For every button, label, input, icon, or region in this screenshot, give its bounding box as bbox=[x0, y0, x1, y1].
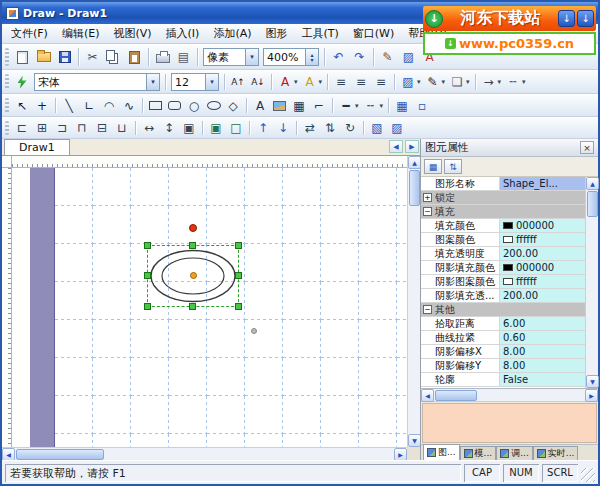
connector-tool-button[interactable]: ⌐ bbox=[309, 97, 329, 114]
group-button[interactable]: ▣ bbox=[206, 120, 226, 137]
cut-button[interactable]: ✂ bbox=[82, 47, 103, 67]
menu-tools[interactable]: 工具(T) bbox=[295, 24, 346, 43]
resize-handle-nw[interactable] bbox=[144, 242, 151, 249]
polygon-tool-button[interactable]: ◇ bbox=[223, 97, 243, 114]
flip-vertical-button[interactable]: ⇅ bbox=[320, 120, 340, 137]
pencil-button[interactable]: ✎ bbox=[377, 47, 398, 67]
panel-tab-2[interactable]: 调... bbox=[496, 446, 533, 460]
scroll-up-icon[interactable]: ▲ bbox=[408, 156, 420, 169]
line-style-button[interactable]: ╌▾ bbox=[503, 73, 528, 91]
resize-handle-se[interactable] bbox=[235, 303, 242, 310]
drawing-page[interactable] bbox=[55, 168, 407, 447]
panel-tab-0[interactable]: 图... bbox=[423, 444, 460, 460]
dropdown-arrow-icon[interactable]: ▾ bbox=[245, 49, 258, 65]
font-name-combo[interactable]: 宋体▾ bbox=[34, 73, 160, 91]
property-value[interactable]: False bbox=[500, 373, 585, 386]
property-row[interactable]: 轮廓False bbox=[421, 373, 585, 387]
redo-button[interactable]: ↷ bbox=[349, 47, 370, 67]
layers-panel-toggle-button[interactable]: ▧ bbox=[367, 120, 387, 137]
scroll-thumb[interactable] bbox=[587, 191, 598, 217]
categorized-view-button[interactable]: ▦ bbox=[424, 159, 442, 174]
property-row[interactable]: 阴影偏移Y8.00 bbox=[421, 359, 585, 373]
resize-handle-n[interactable] bbox=[189, 242, 196, 249]
arc-tool-button[interactable]: ◠ bbox=[99, 97, 119, 114]
align-left-button[interactable]: ≡ bbox=[331, 73, 351, 91]
new-button[interactable] bbox=[12, 47, 33, 67]
scroll-track[interactable] bbox=[105, 448, 394, 460]
property-row[interactable]: 阴影图案颜色ffffff bbox=[421, 275, 585, 289]
property-row[interactable]: 曲线拉紧0.60 bbox=[421, 331, 585, 345]
undo-button[interactable]: ↶ bbox=[328, 47, 349, 67]
ellipse-tool-button[interactable] bbox=[204, 97, 223, 114]
dropdown-arrow-icon[interactable]: ▾ bbox=[205, 74, 218, 90]
resize-handle-ne[interactable] bbox=[235, 242, 242, 249]
select-tool-button[interactable]: ↖ bbox=[12, 97, 32, 114]
paste-button[interactable] bbox=[124, 47, 145, 67]
align-tops-button[interactable]: ⊓ bbox=[72, 120, 92, 137]
scroll-track[interactable] bbox=[408, 207, 420, 434]
open-button[interactable] bbox=[33, 47, 54, 67]
panel-tab-1[interactable]: 模... bbox=[460, 446, 497, 460]
scroll-track[interactable] bbox=[478, 389, 585, 401]
property-value[interactable]: 8.00 bbox=[500, 359, 585, 372]
menu-insert[interactable]: 插入(I) bbox=[159, 24, 207, 43]
line-color-button[interactable]: ✎▾ bbox=[423, 73, 448, 91]
toolbar-grip[interactable] bbox=[5, 74, 9, 90]
property-row[interactable]: 拾取距离6.00 bbox=[421, 317, 585, 331]
property-value[interactable]: 8.00 bbox=[500, 345, 585, 358]
property-value[interactable]: 000000 bbox=[500, 261, 585, 274]
grid-vertical-scrollbar[interactable]: ▲ ▼ bbox=[585, 177, 598, 388]
scroll-down-icon[interactable]: ▼ bbox=[408, 434, 420, 447]
scroll-left-icon[interactable]: ◀ bbox=[2, 448, 15, 460]
toolbar-grip[interactable] bbox=[5, 98, 9, 113]
same-height-button[interactable]: ↕ bbox=[159, 120, 179, 137]
menu-edit[interactable]: 编辑(E) bbox=[55, 24, 107, 43]
scroll-thumb[interactable] bbox=[409, 170, 420, 206]
resize-handle-sw[interactable] bbox=[144, 303, 151, 310]
spinner-icon[interactable]: ▴▾ bbox=[305, 49, 318, 65]
menu-shape[interactable]: 图形 bbox=[259, 24, 295, 43]
copy-button[interactable] bbox=[103, 47, 124, 67]
property-value[interactable]: 000000 bbox=[500, 219, 585, 232]
bring-to-front-button[interactable]: ↑ bbox=[253, 120, 273, 137]
circle-tool-button[interactable]: ○ bbox=[184, 97, 204, 114]
menu-file[interactable]: 文件(F) bbox=[4, 24, 55, 43]
resize-handle-s[interactable] bbox=[189, 303, 196, 310]
align-rights-button[interactable]: ⊐ bbox=[52, 120, 72, 137]
property-value[interactable]: Shape_El... bbox=[500, 177, 585, 190]
property-row[interactable]: 阴影填充透...200.00 bbox=[421, 289, 585, 303]
align-bottoms-button[interactable]: ⊔ bbox=[112, 120, 132, 137]
snap-toggle-button[interactable]: ▫ bbox=[412, 97, 432, 114]
toolbar-grip[interactable] bbox=[5, 121, 9, 135]
properties-panel-header[interactable]: 图元属性 × bbox=[421, 139, 598, 157]
collapse-icon[interactable]: − bbox=[423, 207, 432, 216]
scroll-down-icon[interactable]: ▼ bbox=[586, 375, 599, 388]
node-edit-tool-button[interactable]: + bbox=[32, 97, 52, 114]
image-tool-button[interactable] bbox=[270, 97, 289, 114]
canvas-horizontal-scrollbar[interactable]: ◀ ▶ bbox=[2, 447, 407, 460]
property-value[interactable]: 0.60 bbox=[500, 331, 585, 344]
rotate-button[interactable]: ↻ bbox=[340, 120, 360, 137]
font-size-combo[interactable]: 12▾ bbox=[171, 73, 219, 91]
font-larger-button[interactable]: A↑ bbox=[228, 73, 248, 91]
font-smaller-button[interactable]: A↓ bbox=[248, 73, 268, 91]
text-color-button[interactable]: A▾ bbox=[275, 73, 300, 91]
properties-panel-toggle-button[interactable]: ▨ bbox=[387, 120, 407, 137]
property-category-row[interactable]: −其他 bbox=[421, 303, 585, 317]
scroll-thumb[interactable] bbox=[435, 390, 477, 401]
curve-tool-button[interactable]: ∿ bbox=[119, 97, 139, 114]
property-value[interactable]: ffffff bbox=[500, 233, 585, 246]
scroll-track[interactable] bbox=[586, 218, 598, 375]
grid-toggle-button[interactable]: ▦ bbox=[392, 97, 412, 114]
align-middles-button[interactable]: ⊟ bbox=[92, 120, 112, 137]
scroll-right-icon[interactable]: ▶ bbox=[585, 389, 598, 402]
canvas-vertical-scrollbar[interactable]: ▲ ▼ bbox=[407, 156, 420, 447]
tab-scroll-right-button[interactable]: ▶ bbox=[405, 140, 419, 153]
toolbar-grip[interactable] bbox=[5, 48, 9, 66]
table-tool-button[interactable]: ▦ bbox=[289, 97, 309, 114]
property-row[interactable]: 图形名称Shape_El... bbox=[421, 177, 585, 191]
tab-draw1[interactable]: Draw1 bbox=[4, 139, 70, 155]
property-category-row[interactable]: +锁定 bbox=[421, 191, 585, 205]
rotation-handle[interactable] bbox=[189, 224, 197, 232]
canvas-area[interactable]: ▲ ▼ ◀ ▶ bbox=[2, 156, 420, 460]
